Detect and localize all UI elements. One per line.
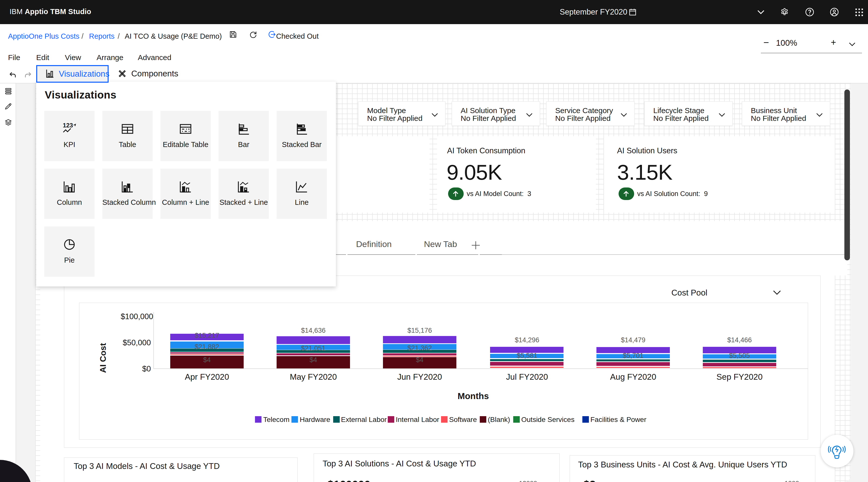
svg-text:123: 123 bbox=[63, 122, 73, 129]
